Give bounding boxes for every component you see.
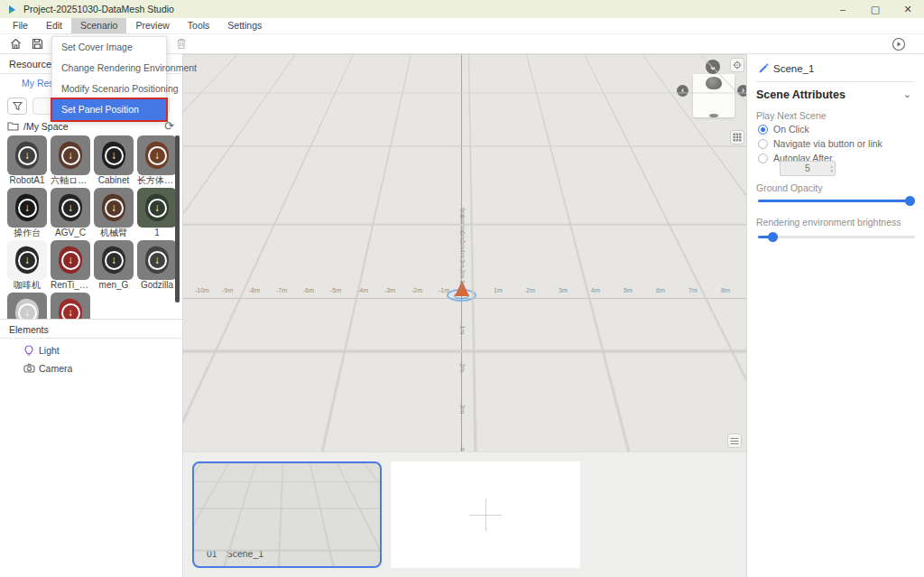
asset-item-item[interactable]: ↓咖啡机 — [7, 240, 47, 291]
asset-item-godzilla[interactable]: ↓Godzilla — [137, 240, 177, 291]
gizmo-chevron-right-icon[interactable]: › — [737, 85, 746, 97]
refresh-icon[interactable]: ⟳ — [164, 119, 174, 133]
slider-knob[interactable] — [905, 196, 915, 206]
axis-tick-label: -10m — [195, 287, 209, 293]
asset-grid: ↓RobotA1↓六軸ロボッ…↓Cabinet↓长方体AGV↓操作台↓AGV_C… — [4, 135, 180, 319]
element-label: Camera — [39, 363, 72, 374]
axis-tick-label: -1m — [459, 323, 466, 334]
camera-icon — [23, 363, 35, 373]
menu-scenario[interactable]: Scenario — [71, 18, 126, 33]
play-preview-icon[interactable] — [892, 37, 906, 51]
menu-item-set-cover-image[interactable]: Set Cover Image — [52, 37, 166, 58]
app-logo-icon — [7, 5, 17, 14]
asset-item-1[interactable]: ↓1 — [137, 188, 177, 238]
asset-scrollbar[interactable] — [175, 135, 180, 302]
window-title: Project-20251030-DataMesh Studio — [23, 4, 174, 14]
axis-tick-label: -3m — [384, 287, 395, 293]
space-path-row: /My Space ⟳ — [0, 119, 182, 135]
view-cube-head-bottom — [709, 114, 718, 117]
minimize-button[interactable]: – — [827, 0, 859, 18]
asset-label: men_G — [94, 280, 134, 291]
axis-tick-label: 7m — [688, 287, 698, 293]
element-item-light[interactable]: Light — [0, 343, 182, 359]
section-title: Scene Attributes — [756, 88, 845, 101]
slider-knob[interactable] — [768, 232, 778, 242]
ground-opacity-slider[interactable] — [758, 195, 915, 206]
asset-item-item[interactable]: ↓ — [7, 293, 47, 319]
radio-button[interactable] — [758, 154, 768, 163]
home-icon[interactable] — [9, 37, 23, 51]
asset-label: 操作台 — [7, 228, 47, 238]
reset-view-icon[interactable] — [730, 58, 744, 72]
download-icon: ↓ — [61, 303, 80, 320]
download-icon: ↓ — [148, 146, 167, 165]
view-cube[interactable] — [693, 74, 735, 117]
asset-item-robota1[interactable]: ↓RobotA1 — [7, 135, 47, 186]
element-item-camera[interactable]: Camera — [0, 361, 182, 377]
menu-file[interactable]: File — [4, 18, 37, 33]
asset-item-item[interactable]: ↓操作台 — [7, 188, 47, 238]
save-icon[interactable] — [31, 37, 44, 51]
space-path[interactable]: /My Space — [23, 121, 69, 132]
axis-tick-label: -1m — [439, 287, 449, 293]
brightness-slider[interactable] — [758, 231, 915, 242]
axis-tick-label: -5m — [330, 287, 341, 293]
stepper-arrows-icon[interactable]: ▴▾ — [830, 162, 833, 175]
layers-list-icon[interactable] — [727, 433, 742, 448]
download-icon: ↓ — [18, 251, 37, 270]
option-on-click[interactable]: On Click — [758, 123, 809, 135]
axis-tick-label: 9m — [459, 208, 466, 217]
asset-item-item[interactable]: ↓ — [51, 293, 90, 319]
asset-label: 1 — [137, 228, 177, 238]
maximize-button[interactable]: ▢ — [859, 0, 892, 18]
menu-item-modify-scenario-positioning[interactable]: Modify Scenario Positioning — [52, 79, 166, 99]
folder-icon — [7, 121, 19, 131]
grid-view-icon[interactable] — [730, 130, 744, 144]
radio-button[interactable] — [758, 139, 768, 149]
close-button[interactable]: ✕ — [892, 0, 924, 18]
axis-tick-label: 8m — [721, 287, 730, 293]
add-scene-button[interactable] — [391, 461, 580, 568]
asset-item-agv[interactable]: ↓长方体AGV — [137, 135, 177, 186]
asset-item-agv-c[interactable]: ↓AGV_C — [51, 188, 90, 238]
edit-pencil-icon[interactable] — [758, 63, 769, 74]
viewport-3d[interactable]: ⌄ ‹ › -10m-9m-8m-7m-6m-5m-4m-3m-2m-1m1m2… — [183, 54, 746, 451]
filter-button[interactable] — [7, 98, 27, 115]
axis-tick-label: 2m — [459, 269, 466, 278]
menu-tools[interactable]: Tools — [179, 18, 219, 33]
menu-item-change-rendering-environment[interactable]: Change Rendering Environment — [52, 58, 166, 79]
radio-button[interactable] — [758, 125, 768, 135]
asset-thumbnail: ↓ — [51, 240, 90, 280]
asset-item-men-g[interactable]: ↓men_G — [94, 240, 134, 291]
download-icon: ↓ — [148, 199, 167, 218]
asset-label: 咖啡机 — [7, 280, 47, 291]
asset-thumbnail: ↓ — [7, 188, 47, 228]
asset-item-renti-2020[interactable]: ↓RenTi_2020… — [51, 240, 90, 291]
menu-preview[interactable]: Preview — [126, 18, 178, 33]
elements-header: Elements — [9, 320, 49, 340]
scene-index: 01 — [207, 548, 217, 559]
menu-settings[interactable]: Settings — [218, 18, 271, 33]
divider — [756, 81, 915, 82]
section-collapse-icon[interactable]: ⌄ — [903, 88, 911, 100]
brightness-label: Rendering environment brightness — [756, 217, 901, 228]
asset-item-item[interactable]: ↓机械臂 — [94, 188, 134, 238]
asset-item-cabinet[interactable]: ↓Cabinet — [94, 135, 134, 186]
axis-tick-label: 1m — [459, 280, 466, 289]
menu-item-set-panel-position[interactable]: Set Panel Position — [52, 99, 166, 120]
delete-icon[interactable] — [175, 37, 188, 51]
gizmo-chevron-down-icon[interactable]: ⌄ — [706, 60, 720, 74]
autoplay-seconds-input[interactable]: 5 ▴▾ — [780, 161, 836, 176]
scene-thumbnail-selected[interactable]: 01Scene_1 — [192, 461, 382, 568]
axis-tick-label: 6m — [656, 287, 665, 293]
asset-thumbnail: ↓ — [137, 240, 177, 280]
elements-header-row: Elements — [0, 319, 182, 339]
asset-item-item[interactable]: ↓六軸ロボッ… — [51, 135, 90, 186]
asset-label: 长方体AGV — [137, 175, 177, 186]
tab-resources[interactable]: Resources — [9, 54, 57, 74]
download-icon: ↓ — [105, 146, 124, 165]
gizmo-chevron-left-icon[interactable]: ‹ — [677, 85, 688, 97]
menu-edit[interactable]: Edit — [37, 18, 71, 33]
download-icon: ↓ — [18, 146, 37, 165]
option-navigate-via-button-or-link[interactable]: Navigate via button or link — [758, 137, 882, 150]
